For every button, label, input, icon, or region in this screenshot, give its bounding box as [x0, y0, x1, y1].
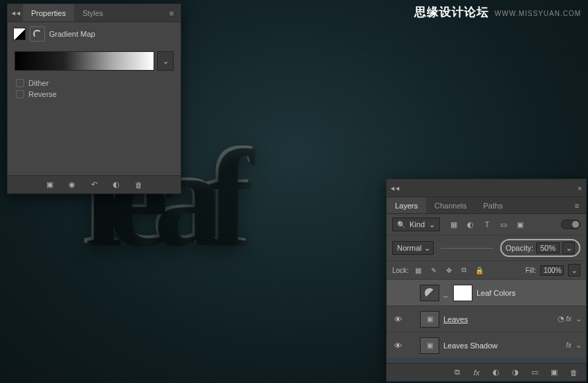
fx-badge[interactable]: fx: [566, 315, 571, 323]
opacity-group: Opacity: 50% ⌄: [500, 239, 580, 257]
gradient-row: ⌄: [15, 51, 174, 71]
filter-badge-icon: ◔: [558, 314, 564, 323]
smart-object-thumb: ▣: [420, 337, 439, 354]
layer-suffix: ◔ fx ⌄: [558, 314, 582, 323]
reverse-label: Reverse: [28, 90, 57, 98]
opacity-arrow-icon[interactable]: ⌄: [562, 242, 575, 254]
adjustment-layer-icon[interactable]: ◑: [510, 368, 521, 377]
tab-channels[interactable]: Channels: [426, 197, 475, 213]
blend-row: Normal Opacity: 50% ⌄: [387, 235, 586, 261]
properties-footer: ▣ ◉ ↶ ◐ 🗑: [8, 175, 181, 193]
tab-styles[interactable]: Styles: [74, 4, 111, 21]
lock-pixels-icon[interactable]: ▦: [413, 265, 424, 276]
adjustment-icon: [30, 26, 45, 42]
mask-thumb: [453, 285, 472, 301]
layers-footer: ⧉ fx ◐ ◑ ▭ ▣ 🗑: [387, 363, 586, 381]
dither-row[interactable]: Dither: [8, 78, 181, 89]
layers-tabstrip: ◄◄ ×: [387, 179, 586, 197]
fill-label: Fill:: [525, 267, 536, 274]
filter-row: 🔍 Kind ⌄ ▦ ◐ T ▭ ▣: [387, 214, 586, 235]
layer-name-label[interactable]: Leaves: [443, 315, 553, 323]
panel-menu-icon[interactable]: ≡: [163, 9, 181, 17]
chevron-down-icon[interactable]: ⌄: [576, 341, 582, 350]
watermark-cn: 思缘设计论坛: [414, 6, 489, 19]
visibility-toggle[interactable]: 👁: [391, 315, 405, 323]
tab-paths[interactable]: Paths: [475, 197, 511, 213]
filter-smart-icon[interactable]: ▣: [515, 219, 526, 230]
filter-type-icon[interactable]: T: [481, 219, 493, 230]
dither-checkbox[interactable]: [16, 79, 24, 87]
lock-brush-icon[interactable]: ✎: [428, 265, 439, 276]
collapse-icon[interactable]: ◄◄: [8, 10, 23, 17]
tab-properties[interactable]: Properties: [23, 4, 74, 21]
reset-icon[interactable]: ↶: [88, 180, 100, 190]
mask-icon[interactable]: ◐: [490, 368, 502, 377]
filter-select[interactable]: 🔍 Kind ⌄: [392, 217, 440, 231]
lock-row: Lock: ▦ ✎ ✥ ⧉ 🔒 Fill: 100% ⌄: [387, 261, 586, 280]
gradient-swatch-icon: [13, 28, 26, 40]
filter-pixel-icon[interactable]: ▦: [448, 219, 459, 230]
new-layer-icon[interactable]: ▣: [549, 368, 560, 377]
opacity-slider[interactable]: [441, 248, 493, 249]
fx-icon[interactable]: fx: [471, 368, 482, 377]
layer-name-label[interactable]: Leaves Shadow: [443, 341, 562, 350]
filter-shape-icon[interactable]: ▭: [498, 219, 509, 230]
opacity-value[interactable]: 50%: [536, 242, 560, 253]
filter-icons: ▦ ◐ T ▭ ▣: [448, 219, 526, 230]
group-icon[interactable]: ▭: [529, 368, 540, 377]
layers-panel: ◄◄ × Layers Channels Paths ≡ 🔍 Kind ⌄ ▦ …: [386, 179, 587, 382]
properties-tabstrip: ◄◄ Properties Styles ≡: [8, 4, 181, 22]
reverse-row[interactable]: Reverse: [8, 89, 181, 100]
tab-layers[interactable]: Layers: [387, 197, 426, 213]
layer-leaves[interactable]: 👁 ▣ Leaves ◔ fx ⌄: [387, 306, 586, 332]
filter-adjust-icon[interactable]: ◐: [465, 219, 476, 230]
layers-tabs: Layers Channels Paths ≡: [387, 197, 586, 214]
dither-label: Dither: [28, 79, 48, 87]
layers-close-icon[interactable]: ×: [573, 184, 586, 193]
smart-object-thumb: ▣: [420, 311, 439, 328]
layers-collapse-icon[interactable]: ◄◄: [387, 185, 402, 192]
lock-position-icon[interactable]: ✥: [443, 265, 454, 276]
clip-icon[interactable]: ▣: [44, 180, 56, 190]
gradient-dropdown-icon[interactable]: ⌄: [157, 51, 174, 71]
fx-badge[interactable]: fx: [566, 341, 571, 349]
watermark: 思缘设计论坛 WWW.MISSYUAN.COM: [414, 4, 581, 20]
chevron-down-icon[interactable]: ⌄: [576, 314, 582, 323]
layer-name-label[interactable]: Leaf Colors: [477, 289, 582, 297]
properties-header: Gradient Map: [8, 22, 181, 44]
layers-menu-icon[interactable]: ≡: [568, 202, 586, 210]
lock-label: Lock:: [392, 267, 409, 274]
properties-title: Gradient Map: [49, 30, 95, 38]
fill-arrow-icon[interactable]: ⌄: [568, 264, 580, 276]
fill-value[interactable]: 100%: [540, 265, 564, 276]
gradient-bar[interactable]: [15, 51, 154, 71]
lock-all-icon[interactable]: 🔒: [474, 265, 485, 276]
chevron-down-icon: ⌄: [429, 220, 435, 229]
trash-icon[interactable]: 🗑: [568, 368, 579, 377]
search-icon: 🔍: [397, 221, 405, 229]
properties-panel: ◄◄ Properties Styles ≡ Gradient Map ⌄ Di…: [7, 3, 181, 194]
link-icon: ⎯: [443, 289, 449, 297]
layer-suffix: fx ⌄: [566, 341, 582, 350]
filter-toggle[interactable]: [561, 220, 580, 229]
layer-leaf-colors[interactable]: ⎯ Leaf Colors: [387, 280, 586, 306]
visibility-icon[interactable]: ◐: [110, 180, 122, 190]
adjustment-thumb-icon: [420, 285, 439, 301]
blend-mode-select[interactable]: Normal: [392, 241, 434, 255]
trash-icon[interactable]: 🗑: [132, 180, 145, 190]
layer-leaves-shadow[interactable]: 👁 ▣ Leaves Shadow fx ⌄: [387, 332, 586, 359]
lock-artboard-icon[interactable]: ⧉: [459, 265, 470, 276]
filter-label: Kind: [410, 220, 425, 229]
opacity-label: Opacity:: [506, 244, 533, 252]
link-layers-icon[interactable]: ⧉: [452, 368, 463, 377]
watermark-en: WWW.MISSYUAN.COM: [495, 10, 581, 17]
reverse-checkbox[interactable]: [16, 90, 24, 98]
view-prev-icon[interactable]: ◉: [66, 180, 78, 190]
visibility-toggle[interactable]: 👁: [391, 341, 405, 350]
